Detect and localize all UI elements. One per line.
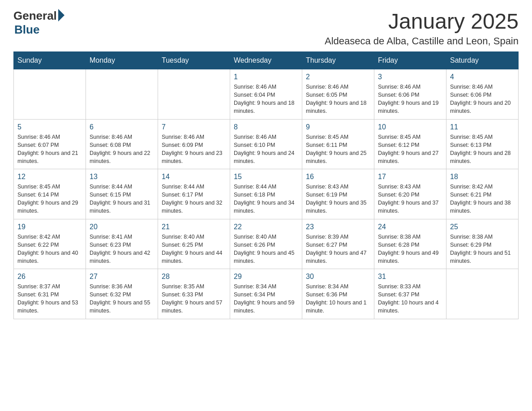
logo-arrow-icon <box>58 9 64 21</box>
weekday-header: Thursday <box>302 52 374 69</box>
day-info: Sunrise: 8:38 AMSunset: 6:28 PMDaylight:… <box>378 233 442 265</box>
calendar-day-cell: 3Sunrise: 8:46 AMSunset: 6:06 PMDaylight… <box>374 69 446 120</box>
day-number: 5 <box>17 123 82 131</box>
calendar-header: SundayMondayTuesdayWednesdayThursdayFrid… <box>14 52 519 69</box>
day-number: 26 <box>17 273 82 281</box>
day-info: Sunrise: 8:44 AMSunset: 6:17 PMDaylight:… <box>162 183 226 215</box>
calendar-day-cell: 19Sunrise: 8:42 AMSunset: 6:22 PMDayligh… <box>14 219 86 269</box>
calendar-day-cell: 25Sunrise: 8:38 AMSunset: 6:29 PMDayligh… <box>446 219 519 269</box>
day-info: Sunrise: 8:46 AMSunset: 6:05 PMDaylight:… <box>306 83 370 116</box>
calendar-day-cell: 24Sunrise: 8:38 AMSunset: 6:28 PMDayligh… <box>374 219 446 269</box>
day-info: Sunrise: 8:46 AMSunset: 6:10 PMDaylight:… <box>234 133 298 166</box>
day-info: Sunrise: 8:45 AMSunset: 6:14 PMDaylight:… <box>17 183 82 215</box>
day-info: Sunrise: 8:42 AMSunset: 6:21 PMDaylight:… <box>450 183 515 215</box>
weekday-header: Saturday <box>446 52 519 69</box>
day-info: Sunrise: 8:46 AMSunset: 6:07 PMDaylight:… <box>17 133 82 166</box>
weekday-header: Friday <box>374 52 446 69</box>
day-number: 4 <box>450 73 515 81</box>
day-number: 17 <box>378 173 442 181</box>
day-number: 19 <box>17 223 82 231</box>
day-info: Sunrise: 8:35 AMSunset: 6:33 PMDaylight:… <box>162 283 226 315</box>
day-number: 14 <box>162 173 226 181</box>
calendar-day-cell: 20Sunrise: 8:41 AMSunset: 6:23 PMDayligh… <box>86 219 158 269</box>
day-number: 8 <box>234 123 298 131</box>
day-number: 20 <box>90 223 154 231</box>
day-number: 15 <box>234 173 298 181</box>
calendar-day-cell <box>86 69 158 120</box>
header: General Blue January 2025 Aldeaseca de A… <box>13 9 519 47</box>
weekday-header: Monday <box>86 52 158 69</box>
calendar-day-cell: 15Sunrise: 8:44 AMSunset: 6:18 PMDayligh… <box>230 169 302 219</box>
day-number: 16 <box>306 173 370 181</box>
calendar-day-cell: 30Sunrise: 8:34 AMSunset: 6:36 PMDayligh… <box>302 269 374 319</box>
calendar-day-cell: 2Sunrise: 8:46 AMSunset: 6:05 PMDaylight… <box>302 69 374 120</box>
calendar-day-cell: 21Sunrise: 8:40 AMSunset: 6:25 PMDayligh… <box>158 219 230 269</box>
calendar-week-row: 1Sunrise: 8:46 AMSunset: 6:04 PMDaylight… <box>14 69 519 120</box>
calendar-day-cell: 4Sunrise: 8:46 AMSunset: 6:06 PMDaylight… <box>446 69 519 120</box>
day-number: 28 <box>162 273 226 281</box>
day-info: Sunrise: 8:46 AMSunset: 6:04 PMDaylight:… <box>234 83 298 116</box>
day-info: Sunrise: 8:46 AMSunset: 6:09 PMDaylight:… <box>162 133 226 166</box>
day-info: Sunrise: 8:34 AMSunset: 6:36 PMDaylight:… <box>306 283 370 315</box>
calendar-week-row: 5Sunrise: 8:46 AMSunset: 6:07 PMDaylight… <box>14 119 519 169</box>
calendar-day-cell: 23Sunrise: 8:39 AMSunset: 6:27 PMDayligh… <box>302 219 374 269</box>
calendar-day-cell: 16Sunrise: 8:43 AMSunset: 6:19 PMDayligh… <box>302 169 374 219</box>
logo: General Blue <box>13 9 64 37</box>
day-number: 13 <box>90 173 154 181</box>
day-info: Sunrise: 8:45 AMSunset: 6:12 PMDaylight:… <box>378 133 442 166</box>
title-area: January 2025 Aldeaseca de Alba, Castille… <box>325 9 519 47</box>
day-number: 22 <box>234 223 298 231</box>
day-info: Sunrise: 8:38 AMSunset: 6:29 PMDaylight:… <box>450 233 515 265</box>
calendar-day-cell: 18Sunrise: 8:42 AMSunset: 6:21 PMDayligh… <box>446 169 519 219</box>
day-info: Sunrise: 8:33 AMSunset: 6:37 PMDaylight:… <box>378 283 442 315</box>
day-info: Sunrise: 8:34 AMSunset: 6:34 PMDaylight:… <box>234 283 298 315</box>
day-number: 25 <box>450 223 515 231</box>
calendar-day-cell: 13Sunrise: 8:44 AMSunset: 6:15 PMDayligh… <box>86 169 158 219</box>
day-number: 24 <box>378 223 442 231</box>
calendar-day-cell: 31Sunrise: 8:33 AMSunset: 6:37 PMDayligh… <box>374 269 446 319</box>
day-info: Sunrise: 8:39 AMSunset: 6:27 PMDaylight:… <box>306 233 370 265</box>
calendar-day-cell: 10Sunrise: 8:45 AMSunset: 6:12 PMDayligh… <box>374 119 446 169</box>
weekday-header: Sunday <box>14 52 86 69</box>
calendar-day-cell: 28Sunrise: 8:35 AMSunset: 6:33 PMDayligh… <box>158 269 230 319</box>
weekday-header: Tuesday <box>158 52 230 69</box>
calendar-day-cell: 14Sunrise: 8:44 AMSunset: 6:17 PMDayligh… <box>158 169 230 219</box>
calendar-week-row: 12Sunrise: 8:45 AMSunset: 6:14 PMDayligh… <box>14 169 519 219</box>
day-info: Sunrise: 8:42 AMSunset: 6:22 PMDaylight:… <box>17 233 82 265</box>
day-info: Sunrise: 8:41 AMSunset: 6:23 PMDaylight:… <box>90 233 154 265</box>
calendar-day-cell: 29Sunrise: 8:34 AMSunset: 6:34 PMDayligh… <box>230 269 302 319</box>
day-number: 27 <box>90 273 154 281</box>
day-number: 29 <box>234 273 298 281</box>
location-title: Aldeaseca de Alba, Castille and Leon, Sp… <box>325 35 519 47</box>
logo-blue-text: Blue <box>14 23 39 37</box>
day-info: Sunrise: 8:45 AMSunset: 6:11 PMDaylight:… <box>306 133 370 166</box>
day-number: 23 <box>306 223 370 231</box>
calendar-table: SundayMondayTuesdayWednesdayThursdayFrid… <box>13 51 519 319</box>
day-number: 1 <box>234 73 298 81</box>
calendar-day-cell: 1Sunrise: 8:46 AMSunset: 6:04 PMDaylight… <box>230 69 302 120</box>
calendar-day-cell: 8Sunrise: 8:46 AMSunset: 6:10 PMDaylight… <box>230 119 302 169</box>
day-number: 11 <box>450 123 515 131</box>
weekday-header: Wednesday <box>230 52 302 69</box>
calendar-day-cell: 12Sunrise: 8:45 AMSunset: 6:14 PMDayligh… <box>14 169 86 219</box>
day-info: Sunrise: 8:43 AMSunset: 6:19 PMDaylight:… <box>306 183 370 215</box>
day-info: Sunrise: 8:45 AMSunset: 6:13 PMDaylight:… <box>450 133 515 166</box>
day-info: Sunrise: 8:44 AMSunset: 6:15 PMDaylight:… <box>90 183 154 215</box>
calendar-week-row: 19Sunrise: 8:42 AMSunset: 6:22 PMDayligh… <box>14 219 519 269</box>
calendar-day-cell: 27Sunrise: 8:36 AMSunset: 6:32 PMDayligh… <box>86 269 158 319</box>
day-info: Sunrise: 8:44 AMSunset: 6:18 PMDaylight:… <box>234 183 298 215</box>
day-info: Sunrise: 8:36 AMSunset: 6:32 PMDaylight:… <box>90 283 154 315</box>
day-number: 2 <box>306 73 370 81</box>
logo-general-text: General <box>13 9 57 23</box>
calendar-day-cell: 17Sunrise: 8:43 AMSunset: 6:20 PMDayligh… <box>374 169 446 219</box>
calendar-day-cell: 6Sunrise: 8:46 AMSunset: 6:08 PMDaylight… <box>86 119 158 169</box>
day-info: Sunrise: 8:46 AMSunset: 6:06 PMDaylight:… <box>378 83 442 116</box>
calendar-day-cell: 26Sunrise: 8:37 AMSunset: 6:31 PMDayligh… <box>14 269 86 319</box>
calendar-day-cell <box>158 69 230 120</box>
month-title: January 2025 <box>325 9 519 34</box>
day-info: Sunrise: 8:40 AMSunset: 6:26 PMDaylight:… <box>234 233 298 265</box>
calendar-week-row: 26Sunrise: 8:37 AMSunset: 6:31 PMDayligh… <box>14 269 519 319</box>
day-number: 9 <box>306 123 370 131</box>
calendar-day-cell: 7Sunrise: 8:46 AMSunset: 6:09 PMDaylight… <box>158 119 230 169</box>
day-number: 18 <box>450 173 515 181</box>
